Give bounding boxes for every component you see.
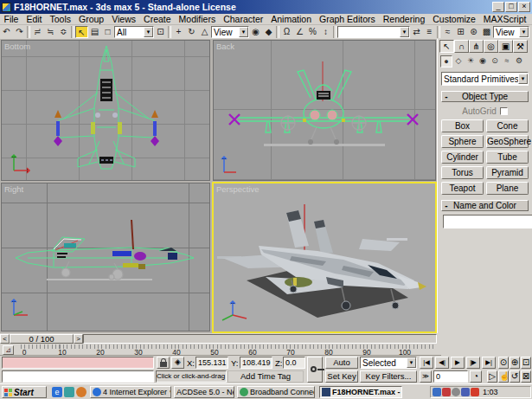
menu-tools[interactable]: Tools [46, 14, 75, 24]
pan-icon[interactable]: ☝ [498, 370, 509, 383]
key-filters-button[interactable]: Key Filters... [360, 370, 417, 383]
window-crossing-icon[interactable]: ⊡ [154, 26, 167, 38]
render-type-dropdown[interactable]: View ▼ [493, 26, 529, 38]
min-max-toggle-icon[interactable]: ⊠ [521, 370, 531, 383]
reference-coordinate-dropdown[interactable]: View ▼ [211, 26, 249, 38]
geometry-category-icon[interactable]: ● [440, 55, 452, 68]
selection-lock-button[interactable] [157, 357, 170, 369]
chevron-down-icon[interactable]: ▼ [518, 74, 528, 84]
display-tab-icon[interactable]: ▣ [498, 40, 513, 53]
tray-icon[interactable] [461, 388, 470, 396]
material-editor-icon[interactable]: ⊛ [467, 26, 480, 38]
select-by-name-icon[interactable]: ▤ [88, 26, 101, 38]
viewport-right[interactable]: Right [1, 183, 210, 331]
percent-snap-icon[interactable]: % [306, 26, 319, 38]
menu-rendering[interactable]: Rendering [379, 14, 428, 24]
create-tab-icon[interactable]: ↖ [439, 40, 454, 53]
next-key-button[interactable]: ≫ [420, 370, 432, 383]
maxscript-mini-listener-field[interactable] [2, 370, 154, 383]
menu-group[interactable]: Group [75, 14, 108, 24]
plane-button[interactable]: Plane [486, 182, 529, 195]
sphere-button[interactable]: Sphere [441, 135, 484, 148]
select-and-move-icon[interactable]: + [172, 26, 185, 38]
previous-frame-button[interactable]: ◀| [435, 357, 449, 369]
restore-button[interactable]: □ [505, 2, 517, 12]
menu-customize[interactable]: Customize [429, 14, 480, 24]
mini-curve-editor-button[interactable]: ⊿ [3, 345, 14, 355]
redo-icon[interactable]: ↷ [13, 26, 26, 38]
quick-launch-media-icon[interactable] [76, 387, 87, 397]
unlink-selection-icon[interactable]: ≒ [44, 26, 57, 38]
field-of-view-icon[interactable]: ▷ [487, 370, 497, 383]
viewport-label[interactable]: Bottom [4, 42, 30, 51]
modify-tab-icon[interactable]: ∩ [454, 40, 469, 53]
current-frame-field[interactable]: 0 [433, 370, 468, 383]
viewport-perspective[interactable]: Perspective [212, 182, 437, 333]
spinner-snap-icon[interactable]: ↕ [319, 26, 332, 38]
menu-graph-editors[interactable]: Graph Editors [315, 14, 379, 24]
utilities-tab-icon[interactable]: ⚒ [513, 40, 528, 53]
time-back-button[interactable]: < [0, 334, 10, 344]
tray-icon[interactable] [442, 388, 451, 396]
select-and-link-icon[interactable]: ≓ [31, 26, 44, 38]
spacewarps-category-icon[interactable]: ≈ [501, 55, 513, 68]
cylinder-button[interactable]: Cylinder [441, 151, 484, 164]
use-pivot-point-icon[interactable]: ◉ [249, 26, 262, 38]
play-button[interactable]: ▶ [451, 357, 465, 369]
primitives-category-dropdown[interactable]: Standard Primitives ▼ [441, 72, 529, 86]
name-and-color-rollout[interactable]: - Name and Color [441, 200, 529, 211]
close-button[interactable]: × [518, 2, 530, 12]
y-coordinate-field[interactable]: 108.419 [240, 357, 272, 369]
autogrid-checkbox[interactable] [500, 107, 508, 115]
zoom-all-icon[interactable]: ⊕ [510, 357, 520, 369]
shapes-category-icon[interactable]: ◇ [452, 55, 465, 68]
tray-icon[interactable] [452, 388, 460, 396]
menu-animation[interactable]: Animation [267, 14, 316, 24]
menu-views[interactable]: Views [108, 14, 140, 24]
chevron-down-icon[interactable]: ▼ [239, 27, 248, 37]
pyramid-button[interactable]: Pyramid [486, 166, 529, 179]
geosphere-button[interactable]: GeoSphere [486, 135, 529, 148]
angle-snap-icon[interactable]: ∠ [293, 26, 306, 38]
chevron-down-icon[interactable]: ▼ [400, 27, 409, 37]
motion-tab-icon[interactable]: ◎ [484, 40, 498, 53]
go-to-start-button[interactable]: |◀ [420, 357, 433, 369]
snap-toggle-icon[interactable]: Ω [280, 26, 293, 38]
menu-edit[interactable]: Edit [22, 14, 46, 24]
helpers-category-icon[interactable]: ⊙ [489, 55, 501, 68]
menu-maxscript[interactable]: MAXScript [479, 14, 530, 24]
set-key-button[interactable]: Set Key [325, 370, 358, 383]
viewport-label[interactable]: Right [4, 184, 23, 194]
auto-key-button[interactable]: Auto Key [325, 357, 358, 369]
viewport-back[interactable]: Back [213, 40, 436, 181]
zoom-extents-icon[interactable]: ⊡ [521, 357, 531, 369]
viewport-bottom[interactable]: Bottom [1, 40, 210, 181]
collapse-icon[interactable]: - [442, 201, 451, 210]
tray-icon[interactable] [433, 388, 441, 396]
chevron-down-icon[interactable]: ▼ [144, 27, 153, 37]
maxscript-macro-recorder-field[interactable] [2, 357, 154, 369]
viewport-label[interactable]: Back [216, 42, 234, 51]
curve-editor-icon[interactable]: ≈ [441, 26, 454, 38]
time-slider-thumb[interactable]: 0 / 100 [10, 334, 74, 344]
z-coordinate-field[interactable]: 0.0 [283, 357, 305, 369]
menu-file[interactable]: File [0, 14, 22, 24]
named-selection-dropdown[interactable]: ▼ [337, 26, 410, 38]
cone-button[interactable]: Cone [486, 119, 529, 132]
add-time-tag[interactable]: Add Time Tag [228, 370, 304, 383]
tube-button[interactable]: Tube [486, 151, 529, 164]
absolute-offset-toggle[interactable]: ◈ [171, 357, 184, 369]
time-configuration-button[interactable]: ◔ [470, 370, 482, 383]
viewport-label[interactable]: Perspective [216, 184, 260, 194]
set-key-mode-button[interactable] [307, 357, 323, 383]
object-type-rollout[interactable]: - Object Type [441, 91, 529, 102]
x-coordinate-field[interactable]: 155.131 [195, 357, 228, 369]
quick-launch-desktop-icon[interactable] [64, 387, 74, 397]
collapse-icon[interactable]: - [442, 92, 451, 101]
start-button[interactable]: Start [2, 386, 47, 398]
selection-filter-dropdown[interactable]: All ▼ [114, 26, 154, 38]
chevron-down-icon[interactable]: ▼ [407, 357, 416, 368]
box-button[interactable]: Box [441, 119, 484, 132]
undo-icon[interactable]: ↶ [0, 26, 13, 38]
taskbar-item-acdsee[interactable]: ACDSee 5.0 - New Folder [174, 386, 234, 398]
